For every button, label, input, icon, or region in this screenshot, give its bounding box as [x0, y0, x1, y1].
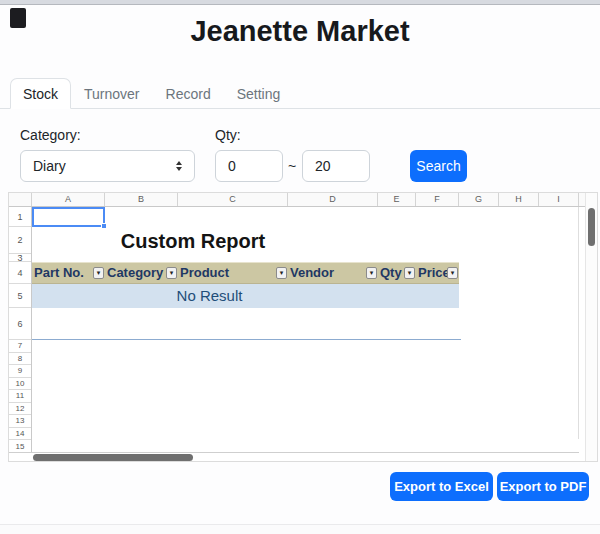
report-title-cell: Custom Report: [32, 228, 354, 254]
filter-dropdown-icon[interactable]: ▾: [404, 267, 415, 279]
row-number-4[interactable]: 4: [9, 262, 31, 284]
empty-result-row: No Result: [32, 284, 459, 308]
category-select[interactable]: Diary: [20, 150, 195, 182]
row-number-12[interactable]: 12: [9, 403, 31, 416]
row-number-2[interactable]: 2: [9, 227, 31, 254]
table-header-label: Price: [418, 265, 450, 280]
footer-divider: [0, 524, 600, 534]
row-number-13[interactable]: 13: [9, 415, 31, 428]
tab-turnover[interactable]: Turnover: [71, 78, 153, 109]
qty-max-input[interactable]: [302, 150, 370, 182]
tab-setting[interactable]: Setting: [224, 78, 294, 109]
filter-dropdown-icon[interactable]: ▾: [366, 267, 377, 279]
table-header-label: Product: [180, 265, 229, 280]
row-number-5[interactable]: 5: [9, 284, 31, 308]
tab-stock[interactable]: Stock: [10, 78, 71, 109]
table-header-cell-vendor[interactable]: Vendor▾: [288, 263, 378, 283]
table-header-cell-price[interactable]: Price▾: [416, 263, 459, 283]
table-header-cell-qty[interactable]: Qty▾: [378, 263, 416, 283]
row-number-1[interactable]: 1: [9, 207, 31, 227]
column-header-b[interactable]: B: [105, 193, 178, 206]
vertical-scrollbar[interactable]: [585, 193, 597, 461]
spreadsheet[interactable]: ABCDEFGHI 123456789101112131415 Custom R…: [8, 192, 598, 462]
row-number-7[interactable]: 7: [9, 340, 31, 353]
column-header-f[interactable]: F: [416, 193, 459, 206]
row-number-6[interactable]: 6: [9, 308, 31, 340]
select-updown-arrows-icon: [176, 161, 182, 171]
vertical-scrollbar-thumb[interactable]: [588, 208, 595, 246]
horizontal-scrollbar-thumb[interactable]: [33, 454, 193, 461]
column-header-d[interactable]: D: [288, 193, 378, 206]
table-header-label: Category: [107, 265, 163, 280]
row-number-11[interactable]: 11: [9, 390, 31, 403]
cell-selection: [32, 207, 105, 227]
category-label: Category:: [20, 127, 81, 143]
row-number-3[interactable]: 3: [9, 254, 31, 262]
table-header-cell-product[interactable]: Product▾: [178, 263, 288, 283]
grid-bottom-line: [9, 452, 579, 453]
row-number-10[interactable]: 10: [9, 378, 31, 391]
tab-bar: StockTurnoverRecordSetting: [0, 77, 600, 109]
column-header-e[interactable]: E: [378, 193, 416, 206]
table-header-row: Part No.▾Category▾Product▾Vendor▾Qty▾Pri…: [32, 262, 459, 284]
grid-right-edge-line: [578, 207, 579, 439]
row-number-14[interactable]: 14: [9, 428, 31, 441]
tab-record[interactable]: Record: [153, 78, 224, 109]
column-header-a[interactable]: A: [32, 193, 105, 206]
column-header-strip: ABCDEFGHI: [9, 193, 586, 207]
column-header-c[interactable]: C: [178, 193, 288, 206]
filter-dropdown-icon[interactable]: ▾: [93, 267, 104, 279]
table-header-cell-category[interactable]: Category▾: [105, 263, 178, 283]
export-to-pdf-button[interactable]: Export to PDF: [497, 472, 589, 501]
category-select-value: Diary: [33, 158, 66, 174]
table-header-label: Part No.: [34, 265, 84, 280]
table-header-label: Vendor: [290, 265, 334, 280]
filter-dropdown-icon[interactable]: ▾: [276, 267, 287, 279]
qty-label: Qty:: [215, 127, 241, 143]
table-header-cell-part-no[interactable]: Part No.▾: [32, 263, 105, 283]
table-bottom-border: [32, 339, 461, 340]
filter-dropdown-icon[interactable]: ▾: [166, 267, 177, 279]
row-number-8[interactable]: 8: [9, 353, 31, 366]
qty-min-input[interactable]: [215, 150, 283, 182]
column-header-h[interactable]: H: [499, 193, 539, 206]
export-to-excel-button[interactable]: Export to Excel: [390, 472, 493, 501]
empty-result-text: No Result: [32, 284, 387, 308]
column-header-i[interactable]: I: [539, 193, 579, 206]
corner-cell[interactable]: [9, 193, 32, 206]
page-title: Jeanette Market: [0, 15, 600, 48]
row-number-9[interactable]: 9: [9, 365, 31, 378]
qty-range-separator: ~: [284, 150, 300, 182]
column-header-g[interactable]: G: [459, 193, 499, 206]
table-header-label: Qty: [380, 265, 402, 280]
search-button[interactable]: Search: [410, 150, 467, 182]
row-number-gutter: 123456789101112131415: [9, 207, 32, 453]
filter-dropdown-icon[interactable]: ▾: [447, 267, 458, 279]
window-top-bar: [0, 0, 600, 5]
